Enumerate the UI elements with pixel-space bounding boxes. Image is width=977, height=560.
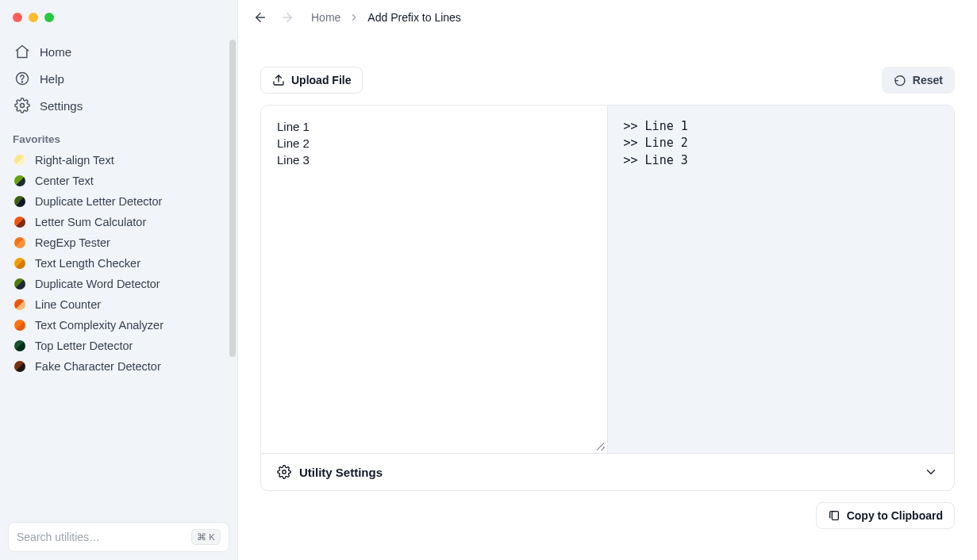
sidebar-favorite-item[interactable]: Line Counter — [6, 294, 231, 315]
sidebar-favorite-item[interactable]: Letter Sum Calculator — [6, 212, 231, 232]
nav-label: Help — [40, 72, 64, 86]
undo-icon — [894, 74, 906, 86]
button-label: Reset — [913, 74, 943, 86]
favorite-swatch-icon — [14, 175, 25, 186]
window-controls — [0, 0, 237, 35]
home-icon — [14, 44, 30, 59]
footer: Copy to Clipboard — [260, 491, 955, 529]
topbar: Home Add Prefix to Lines — [238, 0, 977, 35]
sidebar-favorite-item[interactable]: Duplicate Word Detector — [6, 274, 231, 294]
favorite-swatch-icon — [14, 155, 25, 166]
nav-label: Settings — [40, 99, 83, 113]
favorite-label: Duplicate Word Detector — [35, 278, 160, 290]
resize-handle[interactable] — [597, 443, 605, 451]
sidebar-favorite-item[interactable]: Right-align Text — [6, 150, 231, 171]
favorite-swatch-icon — [14, 237, 25, 248]
io-row: >> Line 1 >> Line 2 >> Line 3 — [261, 105, 954, 453]
sidebar-favorite-item[interactable]: Text Length Checker — [6, 253, 231, 274]
favorite-label: Duplicate Letter Detector — [35, 195, 162, 208]
breadcrumb: Home Add Prefix to Lines — [311, 11, 461, 24]
favorite-label: Fake Character Detector — [35, 360, 161, 373]
svg-point-1 — [22, 82, 23, 82]
favorite-swatch-icon — [14, 299, 25, 310]
content: Upload File Reset >> Line 1 >> Line 2 >>… — [238, 35, 977, 560]
favorite-swatch-icon — [14, 320, 25, 331]
favorite-label: Text Complexity Analyzer — [35, 319, 163, 332]
favorite-label: RegExp Tester — [35, 236, 110, 249]
favorite-label: Top Letter Detector — [35, 339, 133, 352]
nav-back-button[interactable] — [252, 10, 268, 25]
button-label: Upload File — [291, 74, 351, 86]
svg-point-3 — [283, 470, 287, 474]
main: Home Add Prefix to Lines Upload File Res… — [238, 0, 977, 560]
favorite-swatch-icon — [14, 196, 25, 207]
button-label: Copy to Clipboard — [847, 509, 943, 522]
svg-rect-4 — [832, 512, 838, 520]
favorite-swatch-icon — [14, 217, 25, 228]
toolbar: Upload File Reset — [260, 67, 955, 94]
favorites-heading: Favorites — [0, 125, 237, 150]
nav-forward-button[interactable] — [279, 10, 295, 25]
window-minimize-button[interactable] — [29, 13, 38, 22]
chevron-down-icon — [924, 465, 938, 479]
favorite-swatch-icon — [14, 361, 25, 372]
input-pane — [261, 105, 608, 453]
sidebar-favorite-item[interactable]: RegExp Tester — [6, 232, 231, 253]
favorite-swatch-icon — [14, 340, 25, 351]
sidebar-favorite-item[interactable]: Duplicate Letter Detector — [6, 191, 231, 212]
nav-settings[interactable]: Settings — [6, 92, 231, 119]
breadcrumb-home[interactable]: Home — [311, 11, 340, 24]
svg-point-2 — [21, 104, 25, 108]
favorite-label: Right-align Text — [35, 154, 114, 167]
sidebar-favorite-item[interactable]: Fake Character Detector — [6, 356, 231, 377]
clipboard-icon — [828, 509, 840, 522]
search-input[interactable]: Search utilities… ⌘ K — [8, 522, 229, 552]
gear-icon — [14, 98, 30, 113]
sidebar-favorite-item[interactable]: Text Complexity Analyzer — [6, 315, 231, 336]
nav-help[interactable]: Help — [6, 65, 231, 92]
nav-label: Home — [40, 45, 71, 59]
help-icon — [14, 71, 30, 86]
sidebar: Home Help Settings Favorites Right-align… — [0, 0, 238, 560]
sidebar-favorite-item[interactable]: Top Letter Detector — [6, 336, 231, 356]
favorite-label: Center Text — [35, 175, 94, 187]
breadcrumb-current: Add Prefix to Lines — [367, 11, 461, 24]
window-close-button[interactable] — [13, 13, 22, 22]
primary-nav: Home Help Settings — [0, 35, 237, 125]
chevron-right-icon — [348, 12, 360, 23]
favorite-label: Letter Sum Calculator — [35, 216, 146, 228]
io-panel: >> Line 1 >> Line 2 >> Line 3 Utility Se… — [260, 105, 955, 491]
input-textarea[interactable] — [261, 105, 607, 453]
sidebar-favorite-item[interactable]: Center Text — [6, 171, 231, 191]
window-zoom-button[interactable] — [44, 13, 54, 22]
settings-label: Utility Settings — [299, 466, 383, 479]
favorite-label: Text Length Checker — [35, 257, 140, 270]
gear-icon — [277, 465, 291, 479]
search-shortcut: ⌘ K — [191, 529, 221, 545]
upload-icon — [272, 74, 285, 86]
output-pane: >> Line 1 >> Line 2 >> Line 3 — [608, 105, 955, 453]
favorite-swatch-icon — [14, 258, 25, 269]
upload-file-button[interactable]: Upload File — [260, 67, 363, 94]
copy-to-clipboard-button[interactable]: Copy to Clipboard — [816, 502, 955, 529]
sidebar-scrollbar[interactable] — [229, 40, 236, 357]
search-placeholder: Search utilities… — [17, 531, 100, 543]
favorite-swatch-icon — [14, 278, 25, 290]
favorites-list: Right-align TextCenter TextDuplicate Let… — [0, 150, 237, 377]
nav-home[interactable]: Home — [6, 38, 231, 65]
reset-button[interactable]: Reset — [882, 67, 955, 94]
favorite-label: Line Counter — [35, 298, 101, 311]
utility-settings-toggle[interactable]: Utility Settings — [261, 453, 954, 490]
